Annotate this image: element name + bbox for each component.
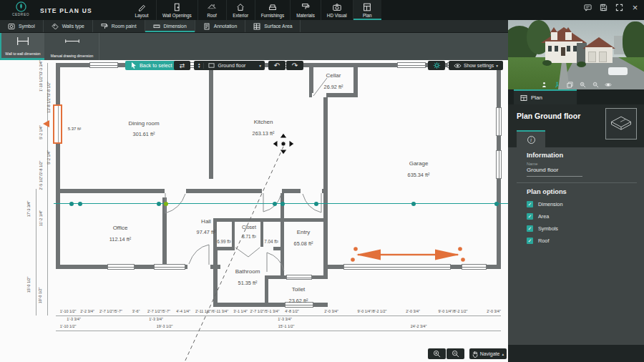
tab-furnishings[interactable]: Furnishings (255, 0, 291, 20)
comment-icon[interactable] (583, 3, 592, 12)
wall[interactable] (323, 97, 328, 193)
checkbox-checked[interactable]: ✓ (527, 238, 533, 244)
dimension-label: 1'-10 1/2" (60, 324, 77, 328)
undo-button[interactable]: ↶ (268, 61, 286, 70)
fullscreen-icon[interactable] (615, 3, 624, 12)
tool-tab-dimension[interactable]: Dimension (145, 20, 195, 32)
tab-wall-openings[interactable]: Wall Openings (156, 0, 197, 20)
floors-icon[interactable] (566, 81, 574, 89)
option-area[interactable]: ✓ Area (527, 213, 549, 220)
option-roof[interactable]: ✓ Roof (527, 238, 549, 244)
dimension-label: 9'-0 1/4"/8'-2 1/2" (358, 309, 387, 313)
room-label: Office (113, 225, 128, 231)
swap-view-button[interactable]: ⇄ (174, 61, 190, 70)
zoom-in-icon[interactable] (579, 81, 587, 89)
tab-layout[interactable]: Layout (127, 0, 156, 20)
wall[interactable] (213, 247, 235, 250)
save-icon[interactable] (599, 3, 608, 12)
navigate-dropdown[interactable]: Navigate ▴ (469, 348, 507, 359)
option-symbols[interactable]: ✓ Symbols (527, 225, 558, 232)
sidebar-tab-plan[interactable]: Plan (514, 89, 577, 104)
walk-view-icon[interactable] (553, 81, 561, 89)
right-sidebar: Plan Plan Ground floor i Information Nam… (508, 0, 644, 362)
snap-point (494, 202, 499, 206)
chevron-down-icon: ▾ (259, 64, 261, 68)
selected-window[interactable] (53, 104, 62, 144)
name-field-value[interactable]: Ground floor (527, 167, 558, 173)
window-symbol[interactable] (496, 150, 502, 179)
tab-plan[interactable]: Plan (353, 0, 381, 20)
tree (623, 21, 644, 62)
wall[interactable] (323, 193, 328, 279)
tool-tab-symbol[interactable]: Symbol (0, 20, 44, 32)
sidebar-bottom-bar (508, 345, 644, 362)
window-symbol[interactable] (154, 264, 185, 270)
tab-roof[interactable]: Roof (197, 0, 226, 20)
dormer (565, 32, 572, 40)
dimension-label: 2'-0 3/4" (324, 309, 338, 313)
wall[interactable] (232, 218, 235, 250)
person-view-icon[interactable] (540, 81, 548, 89)
wall[interactable] (209, 63, 213, 179)
plan-tools-toolbar: Symbol Walls type Room paint Dimension A… (0, 20, 508, 33)
dimension-label: 2'-11 1/2"/6'-11 3/4" (195, 309, 228, 313)
wall[interactable] (273, 247, 284, 250)
wall[interactable] (213, 247, 218, 307)
wall-to-wall-dimension-tool[interactable]: Wall to wall dimension (1, 33, 44, 60)
tool-tab-surface-area[interactable]: Surface Area (245, 20, 301, 32)
wall[interactable] (162, 197, 167, 265)
information-tab[interactable]: i (517, 130, 545, 147)
window-symbol[interactable] (107, 264, 135, 270)
shrub (577, 62, 586, 67)
wall[interactable] (56, 63, 60, 269)
plan-settings-button[interactable] (428, 61, 445, 70)
wall[interactable] (213, 218, 328, 222)
left-dimension-line (36, 189, 36, 315)
back-to-select-button[interactable]: Back to select (125, 61, 177, 70)
close-icon[interactable]: × (630, 3, 640, 12)
room-area: 7.04 ft² (264, 239, 278, 244)
plan-options-heading: Plan options (527, 188, 567, 195)
name-field-label: Name (527, 162, 537, 166)
checkbox-checked[interactable]: ✓ (527, 201, 533, 207)
window-symbol[interactable] (89, 62, 118, 68)
manual-dimension-icon (63, 36, 82, 46)
zoom-out-button[interactable] (447, 348, 464, 359)
redo-button[interactable]: ↷ (286, 61, 303, 70)
window-symbol[interactable] (462, 264, 487, 270)
tab-hd-visual[interactable]: HD Visual (321, 0, 353, 20)
wall[interactable] (280, 193, 284, 279)
tab-exterior[interactable]: Exterior (226, 0, 255, 20)
window-symbol[interactable] (496, 107, 502, 136)
window-symbol[interactable] (397, 62, 426, 68)
tool-tab-room-paint[interactable]: Room paint (93, 20, 145, 32)
manual-drawing-dimension-tool[interactable]: Manual drawing dimension (45, 33, 99, 60)
wall[interactable] (260, 218, 263, 250)
checkbox-checked[interactable]: ✓ (527, 213, 533, 220)
garage-door-symbol[interactable] (343, 264, 451, 270)
wall[interactable] (265, 275, 268, 307)
orbit-icon[interactable] (605, 81, 613, 89)
dimension-label: 9'-0 1/4"/8'-2 1/2" (439, 309, 468, 313)
wall[interactable] (56, 189, 328, 193)
tool-tab-walls-type[interactable]: Walls type (44, 20, 93, 32)
floor-thumbnail[interactable] (605, 108, 637, 140)
zoom-in-button[interactable] (428, 348, 446, 359)
tab-materials[interactable]: Materials (290, 0, 321, 20)
window-symbol[interactable] (286, 275, 312, 280)
3d-preview[interactable] (508, 16, 644, 89)
floor-plan-canvas[interactable]: 5.37 ft² (0, 60, 508, 362)
gear-icon (433, 62, 441, 69)
option-dimension[interactable]: ✓ Dimension (527, 201, 562, 207)
wall[interactable] (309, 63, 313, 97)
zoom-out-icon[interactable] (592, 81, 600, 89)
wall[interactable] (353, 63, 358, 97)
checkbox-checked[interactable]: ✓ (527, 225, 533, 232)
show-settings-button[interactable]: Show settings ▾ (449, 61, 503, 70)
tool-tab-annotation[interactable]: Annotation (195, 20, 246, 32)
floor-selector[interactable]: ▲▼ Ground floor ▾ (194, 61, 265, 70)
floor-up-down-stepper[interactable]: ▲▼ (197, 63, 204, 69)
dimension-label: 2'-5 1/2"/3'-8 1/2" (39, 161, 43, 190)
door-icon (172, 2, 182, 12)
door-opening (165, 189, 186, 193)
